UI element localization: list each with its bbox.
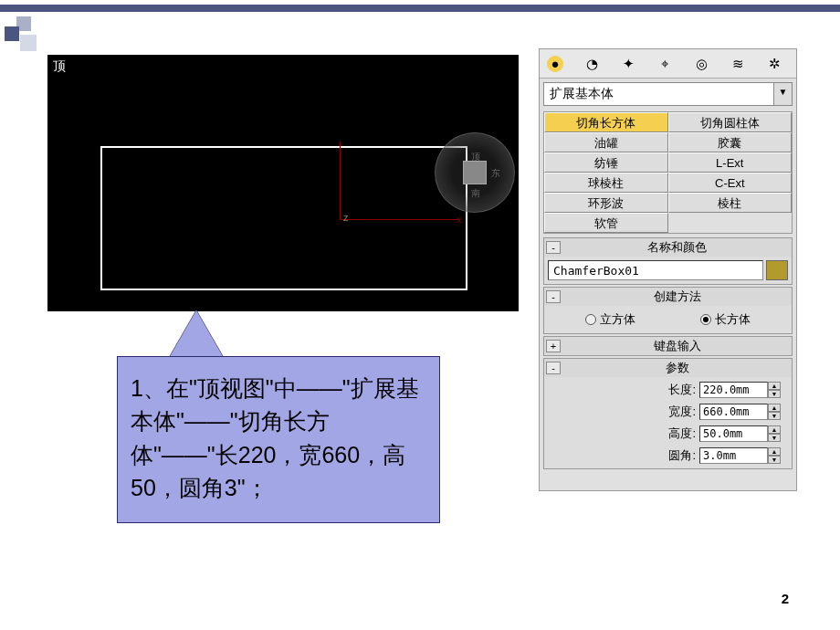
fillet-input[interactable]: [699, 447, 768, 464]
rollout-head-params[interactable]: - 参数: [544, 359, 792, 377]
width-input[interactable]: [699, 404, 768, 420]
create-panel: ● ◔ ✦ ⌖ ◎ ≋ ✲ 扩展基本体 ▼ 切角长方体 切角圆柱体 油罐 胶囊 …: [539, 48, 797, 491]
spacewarps-tab-icon[interactable]: ≋: [730, 56, 746, 72]
height-input[interactable]: [699, 425, 768, 442]
rollout-name-color: - 名称和颜色: [543, 237, 793, 285]
width-label: 宽度:: [645, 404, 696, 420]
rollout-keyboard: + 键盘输入: [543, 336, 793, 356]
expand-icon[interactable]: +: [546, 340, 561, 352]
geometry-tab-icon[interactable]: ●: [547, 56, 563, 72]
btn-oiltank[interactable]: 油罐: [544, 132, 668, 152]
rollout-title: 创建方法: [562, 289, 792, 305]
viewcube-east: 东: [491, 167, 500, 180]
height-label: 高度:: [645, 425, 696, 442]
collapse-icon[interactable]: -: [546, 290, 561, 303]
spin-down-icon[interactable]: ▼: [768, 390, 781, 398]
viewport-label: 顶: [53, 58, 66, 75]
spin-up-icon[interactable]: ▲: [768, 404, 781, 412]
fillet-spinner[interactable]: ▲▼: [699, 447, 781, 464]
instruction-callout: 1、在"顶视图"中——"扩展基本体"——"切角长方体"——"长220，宽660，…: [117, 356, 440, 523]
slide-corner-decoration: [0, 16, 41, 58]
helpers-tab-icon[interactable]: ◎: [693, 56, 709, 72]
viewcube[interactable]: 顶 东 南: [435, 132, 517, 215]
axis-x-line: [340, 219, 458, 220]
spin-down-icon[interactable]: ▼: [768, 434, 781, 442]
slide-top-bar: [0, 5, 840, 12]
collapse-icon[interactable]: -: [546, 241, 561, 254]
rollout-title: 键盘输入: [562, 338, 792, 354]
length-spinner[interactable]: ▲▼: [699, 382, 781, 398]
callout-arrow: [169, 310, 224, 358]
spin-down-icon[interactable]: ▼: [768, 456, 781, 464]
spin-up-icon[interactable]: ▲: [768, 447, 781, 456]
length-label: 长度:: [645, 382, 696, 398]
spin-down-icon[interactable]: ▼: [768, 412, 781, 420]
length-input[interactable]: [699, 382, 768, 398]
fillet-label: 圆角:: [645, 447, 696, 464]
systems-tab-icon[interactable]: ✲: [766, 56, 782, 72]
shapes-tab-icon[interactable]: ◔: [583, 56, 600, 72]
btn-chamferbox[interactable]: 切角长方体: [544, 112, 668, 132]
chamferbox-outline[interactable]: [100, 146, 467, 290]
object-type-grid: 切角长方体 切角圆柱体 油罐 胶囊 纺锤 L-Ext 球棱柱 C-Ext 环形波…: [543, 111, 793, 234]
width-spinner[interactable]: ▲▼: [699, 404, 781, 420]
rollout-create-method: - 创建方法 立方体 长方体: [543, 287, 793, 334]
category-dropdown[interactable]: 扩展基本体 ▼: [543, 82, 793, 106]
collapse-icon[interactable]: -: [546, 362, 561, 374]
rollout-params: - 参数 长度: ▲▼ 宽度: ▲▼ 高度:: [543, 358, 793, 469]
btn-capsule[interactable]: 胶囊: [668, 132, 793, 152]
rollout-head-name-color[interactable]: - 名称和颜色: [544, 238, 792, 257]
object-name-input[interactable]: [548, 260, 763, 280]
radio-cube[interactable]: 立方体: [585, 311, 635, 328]
rollout-title: 名称和颜色: [562, 239, 792, 256]
btn-chamfercyl[interactable]: 切角圆柱体: [668, 112, 793, 132]
rollout-head-keyboard[interactable]: + 键盘输入: [544, 337, 792, 355]
radio-box[interactable]: 长方体: [700, 311, 751, 328]
cameras-tab-icon[interactable]: ⌖: [656, 56, 673, 72]
page-number: 2: [782, 591, 789, 606]
btn-hose[interactable]: 软管: [544, 213, 668, 233]
btn-cext[interactable]: C-Ext: [668, 173, 793, 193]
btn-lext[interactable]: L-Ext: [668, 152, 793, 173]
btn-spindle[interactable]: 纺锤: [544, 152, 668, 173]
top-viewport[interactable]: 顶 x z 顶 东 南: [47, 55, 519, 311]
btn-ringwave[interactable]: 环形波: [544, 193, 668, 213]
btn-prism[interactable]: 棱柱: [668, 193, 793, 213]
dropdown-text: 扩展基本体: [544, 83, 773, 105]
height-spinner[interactable]: ▲▼: [699, 425, 781, 442]
color-swatch[interactable]: [766, 260, 788, 280]
panel-tab-row: ● ◔ ✦ ⌖ ◎ ≋ ✲: [540, 49, 796, 79]
axis-x-label: x: [457, 214, 462, 225]
rollout-title: 参数: [562, 360, 792, 376]
axis-z-line: [340, 142, 341, 220]
btn-gengon[interactable]: 球棱柱: [544, 173, 668, 193]
rollout-head-create-method[interactable]: - 创建方法: [544, 288, 792, 306]
viewcube-top: 顶: [471, 151, 480, 163]
spin-up-icon[interactable]: ▲: [768, 425, 781, 434]
axis-z-label: z: [343, 212, 349, 223]
spin-up-icon[interactable]: ▲: [768, 382, 781, 390]
dropdown-arrow-icon[interactable]: ▼: [773, 83, 792, 105]
viewcube-south: 南: [471, 187, 480, 200]
lights-tab-icon[interactable]: ✦: [620, 56, 636, 72]
instruction-text: 1、在"顶视图"中——"扩展基本体"——"切角长方体"——"长220，宽660，…: [131, 375, 419, 500]
